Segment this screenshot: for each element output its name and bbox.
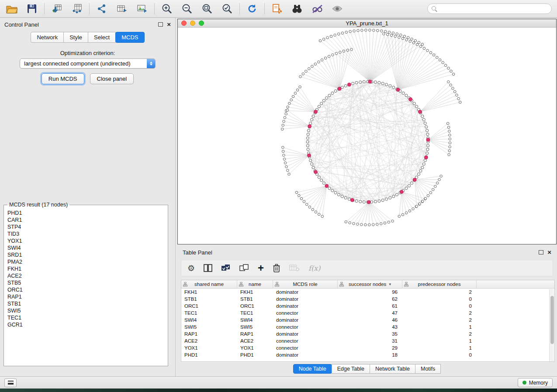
cell-successor-nodes[interactable]: 43 [338,323,402,330]
hide-glasses-button[interactable] [311,2,324,15]
table-row[interactable]: ORC1ORC1dominator610 [181,303,554,309]
delete-row-button[interactable] [273,262,280,274]
table-scrollbar-thumb[interactable] [550,296,554,344]
window-maximize-button[interactable] [199,21,204,26]
cell-predecessor-nodes[interactable]: 1 [402,344,477,351]
zoom-in-button[interactable] [160,2,173,15]
cell-name[interactable]: ORC1 [237,303,273,309]
cell-mcds-role[interactable]: dominator [273,316,338,323]
cell-mcds-role[interactable]: dominator [273,303,338,309]
cell-shared-name[interactable]: TEC1 [181,309,237,316]
cell-successor-nodes[interactable]: 18 [338,351,402,358]
zoom-out-button[interactable] [180,2,194,15]
column-header-predecessor-nodes[interactable]: predecessor nodes [402,280,477,288]
table-row[interactable]: FKH1FKH1dominator962 [181,289,554,296]
cell-predecessor-nodes[interactable]: 1 [402,323,477,330]
cell-shared-name[interactable]: STB1 [181,296,237,303]
column-header-shared-name[interactable]: shared name [181,280,237,288]
cell-shared-name[interactable]: ORC1 [181,303,237,309]
mcds-result-item[interactable]: SWI4 [4,244,168,251]
select-all-button[interactable] [221,262,231,274]
table-row[interactable]: TEC1TEC1connector472 [181,309,554,316]
import-network-button[interactable] [70,2,83,15]
close-table-panel-icon[interactable]: × [547,250,551,255]
mcds-result-item[interactable]: STP4 [4,224,168,230]
cell-name[interactable]: STB1 [237,296,273,303]
cell-name[interactable]: TEC1 [237,309,273,316]
cell-successor-nodes[interactable]: 62 [338,296,402,303]
task-history-button[interactable] [4,378,17,387]
column-header-successor-nodes[interactable]: successor nodes ▾ [338,280,402,288]
table-row[interactable]: SWI5SWI5connector431 [181,323,554,330]
mcds-result-item[interactable]: ACE2 [4,272,168,279]
cell-shared-name[interactable]: ACE2 [181,337,237,344]
open-folder-button[interactable] [5,2,18,15]
tab-network-table[interactable]: Network Table [370,364,415,374]
cell-predecessor-nodes[interactable]: 1 [402,337,477,344]
mcds-result-item[interactable]: ORC1 [4,286,168,293]
zoom-selected-button[interactable] [221,2,234,15]
add-row-button[interactable]: + [258,262,264,274]
cell-shared-name[interactable]: RAP1 [181,330,237,337]
mcds-result-item[interactable]: YOX1 [4,237,168,244]
cell-mcds-role[interactable]: dominator [273,296,338,303]
window-close-button[interactable] [181,21,187,26]
search-binoculars-button[interactable] [291,2,304,15]
show-eye-button[interactable] [331,2,344,15]
float-panel-icon[interactable] [158,22,163,27]
tab-network[interactable]: Network [31,32,64,43]
save-button[interactable] [25,2,38,15]
run-mcds-button[interactable]: Run MCDS [42,73,84,84]
cell-name[interactable]: FKH1 [237,289,273,296]
mcds-result-item[interactable]: SWI5 [4,307,168,314]
cell-mcds-role[interactable]: connector [273,344,338,351]
clear-selection-button[interactable] [239,262,249,274]
column-header-mcds-role[interactable]: MCDS role [273,280,338,288]
cell-name[interactable]: PHD1 [237,351,273,358]
mcds-result-list[interactable]: PHD1CAR1STP4TID3YOX1SWI4SRD1PMA2FKH1ACE2… [4,208,168,366]
cell-shared-name[interactable]: SWI4 [181,316,237,323]
memory-button[interactable]: Memory [518,378,553,387]
cell-name[interactable]: SWI4 [237,316,273,323]
cell-mcds-role[interactable]: connector [273,323,338,330]
tab-edge-table[interactable]: Edge Table [332,364,370,374]
cell-predecessor-nodes[interactable]: 0 [402,296,477,303]
column-header-name[interactable]: name [237,280,273,288]
table-row[interactable]: SWI4SWI4dominator462 [181,316,554,323]
network-canvas[interactable] [178,28,556,244]
cell-shared-name[interactable]: YOX1 [181,344,237,351]
export-table-button[interactable] [115,2,128,15]
cell-successor-nodes[interactable]: 47 [338,309,402,316]
mcds-result-item[interactable]: STB5 [4,279,168,286]
cell-name[interactable]: SWI5 [237,323,273,330]
search-input[interactable] [440,6,547,12]
mcds-result-item[interactable]: PHD1 [4,210,168,217]
table-row[interactable]: PHD1PHD1dominator180 [181,351,554,358]
table-scrollbar[interactable] [549,289,554,361]
cell-successor-nodes[interactable]: 96 [338,289,402,296]
mcds-result-item[interactable]: FKH1 [4,265,168,272]
cell-successor-nodes[interactable]: 46 [338,316,402,323]
cell-predecessor-nodes[interactable]: 0 [402,303,477,309]
cell-predecessor-nodes[interactable]: 2 [402,316,477,323]
table-settings-button[interactable]: ⚙ [187,262,195,274]
mcds-result-item[interactable]: CAR1 [4,217,168,224]
criterion-dropdown[interactable]: largest connected component (undirected) [20,58,156,69]
cell-mcds-role[interactable]: dominator [273,289,338,296]
cell-successor-nodes[interactable]: 29 [338,344,402,351]
show-columns-button[interactable] [204,262,212,274]
table-row[interactable]: ACE2ACE2connector311 [181,337,554,344]
close-panel-icon[interactable]: × [167,22,171,27]
mcds-result-item[interactable]: TID3 [4,230,168,237]
mcds-result-item[interactable]: SRD1 [4,251,168,258]
mcds-result-item[interactable]: RAP1 [4,293,168,300]
cell-mcds-role[interactable]: connector [273,309,338,316]
cell-name[interactable]: RAP1 [237,330,273,337]
cell-mcds-role[interactable]: dominator [273,351,338,358]
cell-successor-nodes[interactable]: 35 [338,330,402,337]
cell-predecessor-nodes[interactable]: 0 [402,351,477,358]
tab-style[interactable]: Style [63,32,88,43]
mcds-result-item[interactable]: STB1 [4,300,168,307]
cell-name[interactable]: ACE2 [237,337,273,344]
export-network-button[interactable] [95,2,108,15]
